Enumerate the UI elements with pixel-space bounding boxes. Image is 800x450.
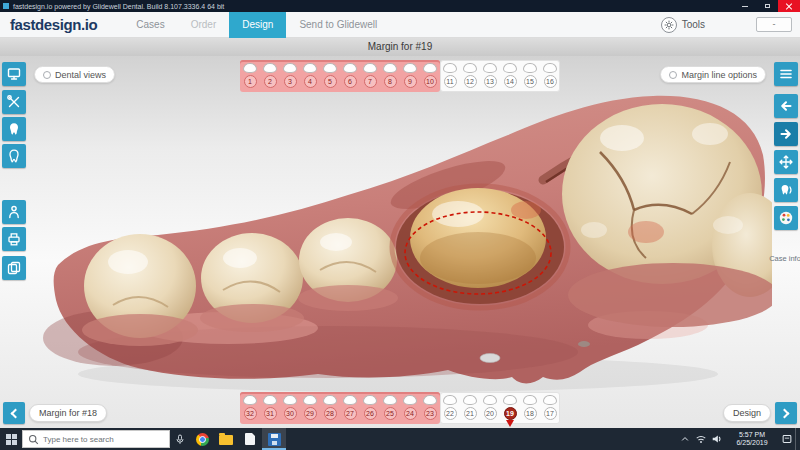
tooth-shape-icon — [483, 395, 497, 405]
tooth-number: 13 — [484, 75, 497, 88]
tooth-26[interactable]: 26 — [360, 392, 380, 424]
move-tool-button[interactable] — [774, 150, 798, 174]
patient-tool-button[interactable] — [2, 200, 26, 224]
system-tray: 5:57 PM 6/25/2019 — [677, 428, 800, 450]
tooth-21[interactable]: 21 — [460, 392, 480, 424]
taskbar-app-fastdesign[interactable] — [262, 428, 286, 450]
tooth-number: 29 — [304, 407, 317, 420]
tab-design[interactable]: Design — [229, 12, 286, 38]
tooth-20[interactable]: 20 — [480, 392, 500, 424]
tooth-12[interactable]: 12 — [460, 60, 480, 92]
tab-order[interactable]: Order — [178, 12, 230, 38]
tooth-2[interactable]: 2 — [260, 60, 280, 92]
view-layouts-tool-button[interactable] — [2, 256, 26, 280]
tooth-23[interactable]: 23 — [420, 392, 440, 424]
tooth-4[interactable]: 4 — [300, 60, 320, 92]
radio-circle-icon — [669, 71, 677, 79]
undo-button[interactable] — [774, 94, 798, 118]
tooth-18[interactable]: 18 — [520, 392, 540, 424]
margin-line-options-label: Margin line options — [681, 70, 757, 80]
tooth-10[interactable]: 10 — [420, 60, 440, 92]
tooth-8[interactable]: 8 — [380, 60, 400, 92]
nav-tabs: Cases Order Design Send to Glidewell — [123, 12, 390, 38]
dental-views-button[interactable]: Dental views — [34, 66, 115, 83]
minimize-button[interactable] — [734, 0, 756, 12]
tooth-shape-icon — [303, 395, 317, 405]
tooth-number: 32 — [244, 407, 257, 420]
monitor-icon — [6, 66, 22, 82]
tooth-shape-icon — [503, 395, 517, 405]
tooth-32[interactable]: 32 — [240, 392, 260, 424]
network-status[interactable] — [693, 428, 709, 450]
tooth-25[interactable]: 25 — [380, 392, 400, 424]
lower-tooth-tool-button[interactable] — [2, 144, 26, 168]
tooth-shape-icon — [263, 395, 277, 405]
printer-tool-button[interactable] — [2, 227, 26, 251]
tooth-22[interactable]: 22 — [440, 392, 460, 424]
tooth-24[interactable]: 24 — [400, 392, 420, 424]
chevron-right-icon — [780, 408, 790, 418]
scan-tooth-button[interactable] — [774, 178, 798, 202]
taskbar-app-file-explorer[interactable] — [214, 428, 238, 450]
search-input[interactable] — [43, 435, 161, 444]
tools-label[interactable]: Tools — [682, 19, 705, 30]
tooth-6[interactable]: 6 — [340, 60, 360, 92]
radio-circle-icon — [43, 71, 51, 79]
margin-line-options-button[interactable]: Margin line options — [660, 66, 766, 83]
tools-dropdown[interactable]: - — [756, 17, 792, 32]
gear-icon[interactable] — [661, 17, 677, 33]
maximize-button[interactable] — [756, 0, 778, 12]
tooth-27[interactable]: 27 — [340, 392, 360, 424]
start-button[interactable] — [0, 428, 22, 450]
document-icon — [245, 433, 255, 445]
prepared-tooth-19[interactable] — [392, 186, 568, 308]
tooth-17[interactable]: 17 — [540, 392, 560, 424]
tooth-3[interactable]: 3 — [280, 60, 300, 92]
taskbar-search[interactable] — [22, 430, 170, 448]
tooth-number: 2 — [264, 75, 277, 88]
jaw-3d-model[interactable] — [28, 90, 772, 400]
prev-step-label[interactable]: Margin for #18 — [29, 404, 107, 422]
taskbar-app-chrome[interactable] — [190, 428, 214, 450]
tray-expand-button[interactable] — [677, 428, 693, 450]
next-step-button[interactable] — [775, 402, 797, 424]
case-info-label[interactable]: Case info — [767, 254, 800, 263]
show-desktop-button[interactable] — [795, 428, 800, 450]
tooth-11[interactable]: 11 — [440, 60, 460, 92]
tooth-13[interactable]: 13 — [480, 60, 500, 92]
tooth-5[interactable]: 5 — [320, 60, 340, 92]
tooth-shape-icon — [303, 63, 317, 73]
taskbar-app-document[interactable] — [238, 428, 262, 450]
search-icon — [28, 434, 39, 445]
tooth-9[interactable]: 9 — [400, 60, 420, 92]
color-palette-button[interactable] — [774, 206, 798, 230]
tab-cases[interactable]: Cases — [123, 12, 177, 38]
redo-button[interactable] — [774, 122, 798, 146]
tab-send-to-glidewell[interactable]: Send to Glidewell — [286, 12, 390, 38]
tooth-31[interactable]: 31 — [260, 392, 280, 424]
maximize-icon — [765, 4, 770, 8]
action-center-button[interactable] — [779, 428, 795, 450]
volume-status[interactable] — [709, 428, 725, 450]
prev-step-button[interactable] — [3, 402, 25, 424]
tooth-shape-icon — [363, 395, 377, 405]
tooth-15[interactable]: 15 — [520, 60, 540, 92]
dental-views-tool-button[interactable] — [2, 62, 26, 86]
tooth-14[interactable]: 14 — [500, 60, 520, 92]
close-button[interactable] — [778, 0, 800, 12]
tooth-1[interactable]: 1 — [240, 60, 260, 92]
wifi-icon — [695, 433, 707, 445]
tooth-16[interactable]: 16 — [540, 60, 560, 92]
tooth-30[interactable]: 30 — [280, 392, 300, 424]
tools-tool-button[interactable] — [2, 90, 26, 114]
tooth-number: 5 — [324, 75, 337, 88]
tooth-19[interactable]: 19 — [500, 392, 520, 424]
taskbar-clock[interactable]: 5:57 PM 6/25/2019 — [728, 431, 776, 447]
next-step-label[interactable]: Design — [723, 404, 771, 422]
tooth-29[interactable]: 29 — [300, 392, 320, 424]
menu-button[interactable] — [774, 62, 798, 86]
tooth-7[interactable]: 7 — [360, 60, 380, 92]
microphone-icon[interactable] — [170, 428, 190, 450]
upper-tooth-tool-button[interactable] — [2, 117, 26, 141]
tooth-28[interactable]: 28 — [320, 392, 340, 424]
